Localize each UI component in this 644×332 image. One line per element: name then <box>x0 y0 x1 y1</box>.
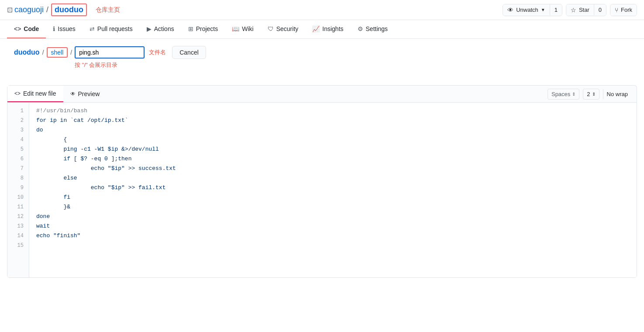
line-number: 11 <box>7 202 29 212</box>
editor-container: 123456789101112131415 #!/usr/bin/bashfor… <box>7 102 637 278</box>
tab-wiki-label: Wiki <box>242 25 253 32</box>
settings-icon: ⚙ <box>358 25 363 32</box>
pull-request-icon: ⇄ <box>90 25 95 32</box>
breadcrumb-row: duoduo / shell / 按 "/" 会展示目录 文件名 Cancel <box>7 39 637 71</box>
tab-preview[interactable]: 👁 Preview <box>63 86 107 102</box>
tab-edit-new-file[interactable]: <> Edit new file <box>7 86 63 102</box>
tab-projects[interactable]: ⊞ Projects <box>181 20 225 38</box>
breadcrumb-slash2: / <box>70 49 72 56</box>
line-numbers: 123456789101112131415 <box>7 103 29 277</box>
insights-icon: 📈 <box>312 25 320 32</box>
star-button[interactable]: ☆ Star <box>566 4 594 16</box>
preview-icon: 👁 <box>70 91 76 97</box>
line-number: 8 <box>7 173 29 183</box>
editor-toolbar-right: Spaces ⇕ 2 ⇕ No wrap <box>542 86 637 102</box>
breadcrumb-slash: / <box>42 49 44 56</box>
star-label: Star <box>579 7 589 13</box>
line-number: 15 <box>7 241 29 250</box>
line-number: 7 <box>7 164 29 173</box>
line-number: 3 <box>7 125 29 135</box>
unwatch-button[interactable]: 👁 Unwatch ▼ <box>503 4 549 16</box>
security-icon: 🛡 <box>268 25 274 32</box>
line-number: 5 <box>7 145 29 154</box>
repo-separator: / <box>46 5 48 14</box>
tab-insights-label: Insights <box>322 25 343 32</box>
indent-chevron-icon: ⇕ <box>592 92 596 97</box>
header-actions: 👁 Unwatch ▼ 1 ☆ Star 0 ⑂ Fork <box>503 4 637 16</box>
file-label-annotation: 文件名 <box>149 48 166 56</box>
eye-icon: 👁 <box>507 7 513 14</box>
editor-body[interactable]: 123456789101112131415 #!/usr/bin/bashfor… <box>7 103 637 277</box>
code-line: echo "$ip" >> fail.txt <box>36 183 630 193</box>
line-number: 6 <box>7 154 29 164</box>
tab-pull-requests[interactable]: ⇄ Pull requests <box>83 20 140 38</box>
star-icon: ☆ <box>571 7 576 14</box>
fork-group: ⑂ Fork <box>610 4 637 16</box>
code-line: echo "finish" <box>36 231 630 241</box>
code-content[interactable]: #!/usr/bin/bashfor ip in `cat /opt/ip.tx… <box>29 103 637 277</box>
page-header: ⊡ caoguoji / duoduo 仓库主页 👁 Unwatch ▼ 1 ☆… <box>0 0 644 20</box>
issues-icon: ℹ <box>53 25 55 32</box>
spaces-selector[interactable]: Spaces ⇕ <box>548 89 579 100</box>
editor-wrap: <> Edit new file 👁 Preview Spaces ⇕ 2 ⇕ … <box>7 85 637 278</box>
homepage-link[interactable]: 仓库主页 <box>96 6 120 14</box>
repo-name[interactable]: duoduo <box>51 3 87 16</box>
tab-edit-label: Edit new file <box>23 90 56 97</box>
tab-security[interactable]: 🛡 Security <box>261 20 306 38</box>
line-number: 10 <box>7 193 29 202</box>
fork-button[interactable]: ⑂ Fork <box>610 4 637 16</box>
code-line: { <box>36 135 630 145</box>
actions-icon: ▶ <box>147 25 152 32</box>
code-line: ping -c1 -W1 $ip &>/dev/null <box>36 145 630 154</box>
tab-issues[interactable]: ℹ Issues <box>46 20 82 38</box>
repo-owner-link[interactable]: caoguoji <box>14 5 44 14</box>
code-line: wait <box>36 221 630 231</box>
unwatch-count[interactable]: 1 <box>550 4 562 15</box>
unwatch-group: 👁 Unwatch ▼ 1 <box>503 4 562 16</box>
code-line: fi <box>36 193 630 202</box>
code-line: for ip in `cat /opt/ip.txt` <box>36 116 630 125</box>
line-number: 14 <box>7 231 29 241</box>
code-line: if [ $? -eq 0 ];then <box>36 154 630 164</box>
tab-preview-label: Preview <box>78 90 100 97</box>
line-number: 1 <box>7 106 29 116</box>
nowrap-button[interactable]: No wrap <box>603 89 631 99</box>
tab-security-label: Security <box>276 25 299 32</box>
star-count[interactable]: 0 <box>594 4 606 15</box>
main-content: duoduo / shell / 按 "/" 会展示目录 文件名 Cancel … <box>0 39 644 285</box>
tab-wiki[interactable]: 📖 Wiki <box>225 20 260 38</box>
chevron-down-icon: ▼ <box>541 7 545 12</box>
edit-file-icon: <> <box>14 90 21 97</box>
file-name-input[interactable] <box>75 46 145 59</box>
code-icon: <> <box>14 25 21 32</box>
indent-selector[interactable]: 2 ⇕ <box>583 89 599 100</box>
editor-toolbar: <> Edit new file 👁 Preview Spaces ⇕ 2 ⇕ … <box>7 85 637 102</box>
tab-insights[interactable]: 📈 Insights <box>305 20 350 38</box>
breadcrumb-folder[interactable]: shell <box>47 47 68 58</box>
tab-projects-label: Projects <box>196 25 218 32</box>
tab-code-label: Code <box>24 25 39 32</box>
tab-code[interactable]: <> Code <box>7 20 46 38</box>
fork-label: Fork <box>621 7 632 13</box>
tab-settings[interactable]: ⚙ Settings <box>351 20 395 38</box>
line-number: 4 <box>7 135 29 145</box>
cancel-button[interactable]: Cancel <box>172 46 206 59</box>
code-line: else <box>36 173 630 183</box>
unwatch-label: Unwatch <box>516 7 538 13</box>
projects-icon: ⊞ <box>188 25 193 32</box>
tab-actions[interactable]: ▶ Actions <box>140 20 181 38</box>
tab-settings-label: Settings <box>366 25 388 32</box>
indent-value: 2 <box>587 91 590 97</box>
tab-actions-label: Actions <box>154 25 174 32</box>
code-line: echo "$ip" >> success.txt <box>36 164 630 173</box>
spaces-label: Spaces <box>551 91 570 97</box>
repo-icon: ⊡ <box>7 6 13 14</box>
breadcrumb-repo-link[interactable]: duoduo <box>14 48 40 56</box>
code-line: do <box>36 125 630 135</box>
annotation-hint: 按 "/" 会展示目录 <box>75 61 117 69</box>
wiki-icon: 📖 <box>232 25 239 32</box>
code-line: #!/usr/bin/bash <box>36 106 630 116</box>
line-number: 13 <box>7 221 29 231</box>
line-number: 9 <box>7 183 29 193</box>
code-line: }& <box>36 202 630 212</box>
